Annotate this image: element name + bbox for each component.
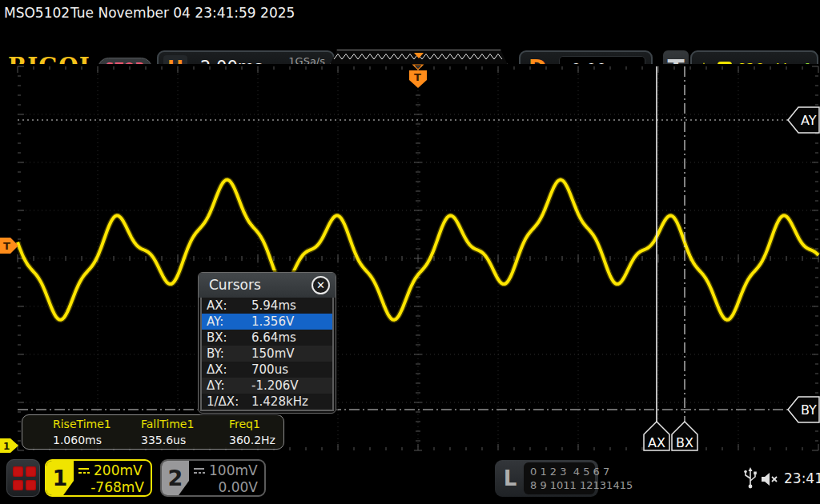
quick-menu-button[interactable]	[6, 459, 40, 497]
cursor-by-label: BY	[801, 402, 817, 418]
clock: 23:41	[784, 470, 820, 486]
cursor-row-inv-dx[interactable]: 1/ΔX:1.428kHz	[202, 394, 332, 410]
menu-grid-icon	[13, 480, 23, 490]
dc-coupling-icon	[77, 466, 90, 475]
channel2-badge[interactable]: 2 100mV 0.00V	[160, 459, 266, 497]
measurement-value: 1.060ms	[53, 434, 141, 446]
oscilloscope-screen: MSO5102 Tue November 04 23:41:59 2025 RI…	[0, 0, 820, 504]
cursor-row-ay[interactable]: AY:1.356V	[202, 314, 332, 330]
bottom-bar: 1 200mV -768mV 2	[0, 453, 820, 504]
speaker-muted-icon[interactable]	[761, 472, 780, 486]
cursor-row-dx[interactable]: ΔX:700us	[202, 362, 332, 378]
cursor-ax-label: AX	[648, 435, 665, 450]
trigger-position-label: T	[414, 71, 421, 83]
cursors-dialog-header[interactable]: Cursors ✕	[199, 273, 336, 298]
close-icon[interactable]: ✕	[312, 276, 330, 294]
dc-coupling-icon	[192, 466, 206, 475]
cursor-row-dy[interactable]: ΔY:-1.206V	[202, 378, 332, 394]
usb-icon	[744, 467, 757, 490]
ch1-ground-label: 1	[3, 441, 10, 452]
menu-grid-icon	[26, 480, 36, 490]
measurement-risetime: RiseTime1 1.060ms	[53, 418, 141, 446]
cursors-dialog[interactable]: Cursors ✕ AX:5.94ms AY:1.356V BX:6.64ms …	[198, 272, 336, 414]
channel2-number: 2	[162, 461, 189, 495]
cursor-row-by[interactable]: BY:150mV	[202, 346, 332, 362]
datetime: Tue November 04 23:41:59 2025	[70, 5, 295, 21]
logic-key: L	[498, 462, 522, 495]
menu-grid-icon	[26, 466, 36, 477]
cursor-row-ax[interactable]: AX:5.94ms	[202, 298, 332, 314]
waveform-display: AY BY AX BX T T 1 RiseTime1 1.060ms	[0, 64, 820, 453]
graticule: AY BY AX BX T T 1	[0, 64, 820, 453]
measurement-label: RiseTime1	[53, 418, 141, 430]
waveform-overview-strip[interactable]	[330, 50, 508, 65]
channel1-number: 1	[46, 461, 74, 495]
logic-channels-badge[interactable]: L 0 1 2 3 4 5 6 78 9 1011 12131415	[495, 460, 598, 497]
cursor-ay-label: AY	[801, 113, 817, 128]
measurement-value: 360.2Hz	[229, 434, 317, 446]
cursors-dialog-body: AX:5.94ms AY:1.356V BX:6.64ms BY:150mV Δ…	[200, 298, 334, 411]
grid-lines	[18, 66, 818, 450]
cursors-dialog-title: Cursors	[209, 277, 261, 293]
measurement-value: 335.6us	[141, 434, 229, 446]
logic-channel-numbers: 0 1 2 3 4 5 6 78 9 1011 12131415	[524, 462, 595, 494]
cursor-bx-label: BX	[676, 435, 693, 450]
channel1-badge[interactable]: 1 200mV -768mV	[45, 459, 152, 497]
trigger-level-label: T	[3, 240, 10, 252]
cursor-row-bx[interactable]: BX:6.64ms	[202, 330, 332, 346]
measurement-falltime: FallTime1 335.6us	[141, 418, 229, 446]
measurement-freq: Freq1 360.2Hz	[229, 418, 317, 446]
measurement-label: Freq1	[229, 418, 317, 430]
channel1-offset: -768mV	[77, 479, 144, 495]
status-bar: MSO5102 Tue November 04 23:41:59 2025	[0, 0, 820, 24]
header-bar: RIGOL STOP H 2.00ms 1GSa/s20Mpts Measure…	[0, 24, 820, 64]
menu-grid-icon	[13, 466, 23, 477]
channel2-offset: 0.00V	[192, 479, 258, 495]
channel2-scale: 100mV	[209, 462, 258, 478]
measurement-panel[interactable]: RiseTime1 1.060ms FallTime1 335.6us Freq…	[22, 414, 284, 450]
overview-zigzag	[331, 50, 507, 64]
measurement-label: FallTime1	[141, 418, 229, 430]
channel1-scale: 200mV	[94, 462, 143, 478]
model-name: MSO5102	[4, 5, 70, 21]
